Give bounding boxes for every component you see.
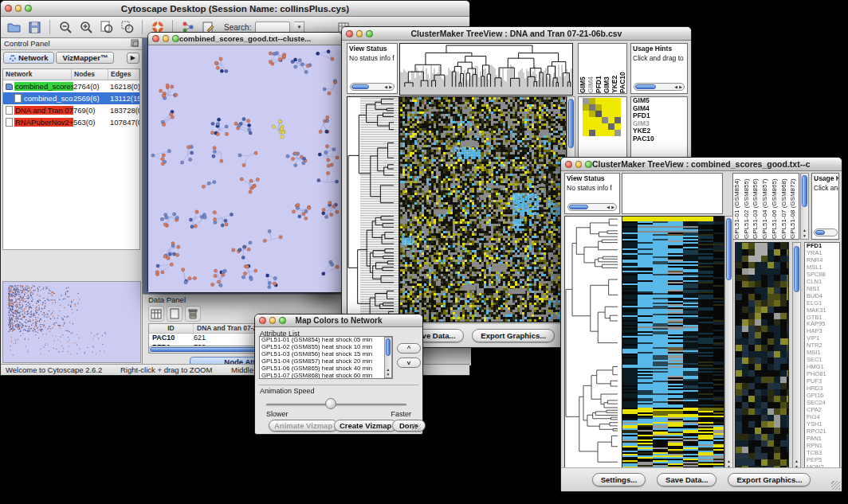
open-folder-icon[interactable] xyxy=(6,19,22,36)
gene-label[interactable]: PAC10 xyxy=(631,135,687,143)
zoom-window-icon[interactable] xyxy=(172,35,179,42)
column-label[interactable]: GIM4 xyxy=(587,44,595,93)
gene-label[interactable]: SEC1 xyxy=(805,357,839,364)
network-list-row[interactable]: DNA and Tran 07 769(0) 183728(0) xyxy=(3,104,139,116)
gene-label[interactable]: NIS1 xyxy=(805,286,839,293)
close-icon[interactable] xyxy=(346,30,353,37)
gene-label[interactable]: SPC98 xyxy=(805,272,839,279)
column-label[interactable]: GPL51-01 (GSM854) xyxy=(733,174,743,239)
column-label[interactable]: GPL51-02 (GSM855) xyxy=(743,174,752,239)
column-label[interactable]: YKE2 xyxy=(610,44,618,93)
gene-label[interactable]: PFD1 xyxy=(805,243,839,250)
gene-label[interactable]: YSH1 xyxy=(805,421,839,428)
heatmap-vscrollbar[interactable]: ▲▼ xyxy=(724,216,733,471)
gene-label[interactable]: GPI16 xyxy=(805,393,839,400)
row-dendrogram[interactable] xyxy=(347,96,399,322)
gene-label[interactable]: ELG1 xyxy=(805,300,839,307)
gene-label[interactable]: HRD3 xyxy=(805,385,839,393)
network-list-row[interactable]: combined_scores 2764(0) 16218(0) xyxy=(3,80,139,92)
gene-label[interactable]: FIG4 xyxy=(805,414,839,421)
gene-label[interactable]: YKE2 xyxy=(631,127,687,135)
minimize-icon[interactable] xyxy=(163,35,170,42)
network-list-row[interactable]: combined_sco 2569(6) 13112(15) xyxy=(3,92,139,104)
gene-label[interactable]: MSL1 xyxy=(805,264,839,272)
network-view-window[interactable]: combined_scores_good.txt--cluste... xyxy=(147,32,343,293)
column-label[interactable]: GPL51-06 (GSM865) xyxy=(771,174,780,239)
view-status-scrollbar[interactable]: ◀▶ xyxy=(567,203,617,211)
column-label[interactable]: GIM5 xyxy=(579,44,587,93)
gene-label[interactable]: PEP5 xyxy=(805,457,839,464)
gene-label[interactable]: PHO81 xyxy=(805,371,839,378)
treeview-button[interactable]: Export Graphics... xyxy=(472,329,555,342)
attribute-list-item[interactable]: GPL51-07 (GSM868) heat shock 60 min xyxy=(260,373,384,379)
create-vizmap-button[interactable]: Create Vizmap xyxy=(334,420,397,432)
detail-vscrollbar[interactable]: ▲▼ xyxy=(792,242,801,471)
map-colors-dialog[interactable]: Map Colors to Network Attribute List GPL… xyxy=(254,314,423,435)
gene-label[interactable]: VIP1 xyxy=(805,335,839,342)
gene-label[interactable]: NTR2 xyxy=(805,342,839,350)
gene-label[interactable]: TCB3 xyxy=(805,450,839,457)
row-dendrogram[interactable] xyxy=(564,216,622,472)
gene-label[interactable]: MSI1 xyxy=(805,350,839,357)
gene-label[interactable]: RNR4 xyxy=(805,257,839,264)
column-label[interactable]: GPL51-08 (GSM872) xyxy=(789,174,799,239)
zoom-fit-icon[interactable] xyxy=(98,19,115,36)
column-label[interactable]: GPL51-07 (GSM868) xyxy=(780,174,790,239)
zoom-out-icon[interactable] xyxy=(57,19,73,36)
usage-hints-scrollbar[interactable] xyxy=(814,229,838,236)
minimize-icon[interactable] xyxy=(575,161,583,168)
float-panel-icon[interactable] xyxy=(131,39,139,49)
gene-label[interactable]: GIM5 xyxy=(631,97,687,105)
gene-label[interactable]: GIM3 xyxy=(631,120,687,128)
gene-label[interactable]: GTB1 xyxy=(805,315,839,322)
tabs-overflow-button[interactable]: ▶ xyxy=(127,53,139,64)
close-icon[interactable] xyxy=(259,317,266,324)
column-label[interactable]: GPL51-03 (GSM856) xyxy=(752,174,761,239)
main-titlebar[interactable]: Cytoscape Desktop (Session Name: collins… xyxy=(1,1,469,17)
column-label[interactable]: PAC10 xyxy=(618,44,626,93)
zoom-selected-icon[interactable] xyxy=(119,19,135,36)
view-status-scrollbar[interactable]: ◀▶ xyxy=(350,83,395,91)
zoom-window-icon[interactable] xyxy=(279,317,286,324)
gene-label[interactable]: HAP3 xyxy=(805,328,839,335)
column-label[interactable]: GIM3 xyxy=(603,44,610,93)
save-icon[interactable] xyxy=(26,19,43,36)
network-overview-thumbnail[interactable] xyxy=(2,281,141,363)
animation-speed-slider[interactable] xyxy=(266,404,406,406)
gene-label[interactable]: RPN1 xyxy=(805,443,839,450)
expression-heatmap[interactable] xyxy=(399,96,567,322)
correlation-thumbnail[interactable] xyxy=(583,98,621,136)
treeview-button[interactable]: Save Data... xyxy=(657,473,716,486)
treeview-button[interactable]: Settings... xyxy=(592,473,646,486)
animate-vizmap-button[interactable]: Animate Vizmap xyxy=(269,420,338,432)
gene-label[interactable]: BUD4 xyxy=(805,293,839,300)
network-graph-view[interactable] xyxy=(148,45,342,292)
select-attributes-icon[interactable] xyxy=(148,306,164,322)
new-attribute-icon[interactable] xyxy=(167,306,183,322)
gene-label[interactable]: RPO21 xyxy=(805,428,839,436)
minimize-icon[interactable] xyxy=(269,317,277,324)
attribute-list-scrollbar[interactable]: ▲▼ xyxy=(384,337,392,378)
gene-label[interactable]: GIM4 xyxy=(631,105,687,113)
move-up-button[interactable]: ^ xyxy=(397,343,421,354)
gene-label[interactable]: SEC24 xyxy=(805,400,839,407)
zoomed-heatmap-detail[interactable] xyxy=(735,242,789,472)
gene-label[interactable]: PFD1 xyxy=(631,112,687,120)
gene-label[interactable]: CPA2 xyxy=(805,407,839,414)
tab-network[interactable]: Network xyxy=(3,52,54,64)
zoom-in-icon[interactable] xyxy=(77,19,94,36)
minimize-icon[interactable] xyxy=(356,30,363,37)
gene-label[interactable]: KAP95 xyxy=(805,321,839,328)
resize-grip[interactable] xyxy=(412,424,421,432)
delete-attribute-icon[interactable] xyxy=(185,306,201,322)
gene-label[interactable]: HMG1 xyxy=(805,364,839,371)
treeview-combined-window[interactable]: ClusterMaker TreeView : combined_scores_… xyxy=(560,157,842,492)
network-table-header[interactable]: Network Nodes Edges xyxy=(3,69,139,80)
zoom-window-icon[interactable] xyxy=(585,161,592,168)
close-icon[interactable] xyxy=(152,35,159,42)
gene-label[interactable]: YRA1 xyxy=(805,250,839,257)
usage-hints-scrollbar[interactable]: ◀▶ xyxy=(634,83,685,91)
treeview-button[interactable]: Export Graphics... xyxy=(728,473,811,486)
gene-label[interactable]: PUF3 xyxy=(805,378,839,385)
resize-grip[interactable] xyxy=(831,481,840,490)
